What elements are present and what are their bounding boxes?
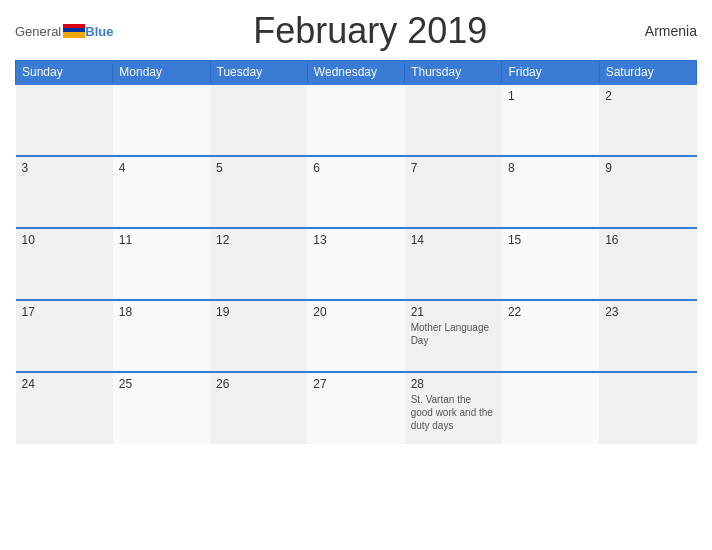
cell-week1-day2: 5 <box>210 156 307 228</box>
cell-week0-day2 <box>210 84 307 156</box>
day-number: 28 <box>411 377 496 391</box>
day-number: 7 <box>411 161 496 175</box>
weekday-header-row: Sunday Monday Tuesday Wednesday Thursday… <box>16 61 697 85</box>
header-wednesday: Wednesday <box>307 61 404 85</box>
day-number: 14 <box>411 233 496 247</box>
week-row-4: 2425262728St. Vartan the good work and t… <box>16 372 697 444</box>
cell-week4-day2: 26 <box>210 372 307 444</box>
cell-week4-day5 <box>502 372 599 444</box>
cell-week2-day4: 14 <box>405 228 502 300</box>
logo-general-text: General <box>15 24 61 39</box>
cell-week4-day0: 24 <box>16 372 113 444</box>
event-label: St. Vartan the good work and the duty da… <box>411 393 496 432</box>
day-number: 12 <box>216 233 301 247</box>
logo-flag-icon <box>63 24 85 38</box>
cell-week3-day3: 20 <box>307 300 404 372</box>
event-label: Mother Language Day <box>411 321 496 347</box>
cell-week2-day2: 12 <box>210 228 307 300</box>
cell-week2-day3: 13 <box>307 228 404 300</box>
logo-blue-text: Blue <box>85 24 113 39</box>
country-label: Armenia <box>627 23 697 39</box>
day-number: 18 <box>119 305 204 319</box>
day-number: 23 <box>605 305 690 319</box>
header-friday: Friday <box>502 61 599 85</box>
day-number: 20 <box>313 305 398 319</box>
week-row-1: 3456789 <box>16 156 697 228</box>
day-number: 17 <box>22 305 107 319</box>
day-number: 5 <box>216 161 301 175</box>
cell-week1-day6: 9 <box>599 156 696 228</box>
logo: General Blue <box>15 24 113 39</box>
cell-week1-day0: 3 <box>16 156 113 228</box>
day-number: 2 <box>605 89 690 103</box>
cell-week3-day5: 22 <box>502 300 599 372</box>
cell-week1-day5: 8 <box>502 156 599 228</box>
day-number: 16 <box>605 233 690 247</box>
day-number: 10 <box>22 233 107 247</box>
cell-week0-day4 <box>405 84 502 156</box>
day-number: 9 <box>605 161 690 175</box>
week-row-3: 1718192021Mother Language Day2223 <box>16 300 697 372</box>
day-number: 22 <box>508 305 593 319</box>
cell-week1-day4: 7 <box>405 156 502 228</box>
cell-week1-day1: 4 <box>113 156 210 228</box>
day-number: 4 <box>119 161 204 175</box>
svg-rect-2 <box>63 32 85 38</box>
day-number: 6 <box>313 161 398 175</box>
cell-week3-day0: 17 <box>16 300 113 372</box>
header-thursday: Thursday <box>405 61 502 85</box>
cell-week4-day3: 27 <box>307 372 404 444</box>
header-sunday: Sunday <box>16 61 113 85</box>
header-tuesday: Tuesday <box>210 61 307 85</box>
calendar-body: 123456789101112131415161718192021Mother … <box>16 84 697 444</box>
day-number: 26 <box>216 377 301 391</box>
day-number: 25 <box>119 377 204 391</box>
cell-week4-day4: 28St. Vartan the good work and the duty … <box>405 372 502 444</box>
calendar-page: General Blue February 2019 Armenia Sunda… <box>0 0 712 550</box>
cell-week3-day1: 18 <box>113 300 210 372</box>
page-header: General Blue February 2019 Armenia <box>15 10 697 52</box>
cell-week0-day1 <box>113 84 210 156</box>
cell-week2-day1: 11 <box>113 228 210 300</box>
day-number: 8 <box>508 161 593 175</box>
cell-week2-day5: 15 <box>502 228 599 300</box>
month-title: February 2019 <box>113 10 627 52</box>
cell-week0-day3 <box>307 84 404 156</box>
cell-week4-day1: 25 <box>113 372 210 444</box>
day-number: 1 <box>508 89 593 103</box>
cell-week3-day4: 21Mother Language Day <box>405 300 502 372</box>
day-number: 19 <box>216 305 301 319</box>
day-number: 13 <box>313 233 398 247</box>
header-saturday: Saturday <box>599 61 696 85</box>
cell-week0-day6: 2 <box>599 84 696 156</box>
header-monday: Monday <box>113 61 210 85</box>
day-number: 15 <box>508 233 593 247</box>
week-row-0: 12 <box>16 84 697 156</box>
cell-week1-day3: 6 <box>307 156 404 228</box>
cell-week3-day2: 19 <box>210 300 307 372</box>
cell-week2-day0: 10 <box>16 228 113 300</box>
week-row-2: 10111213141516 <box>16 228 697 300</box>
cell-week0-day0 <box>16 84 113 156</box>
cell-week4-day6 <box>599 372 696 444</box>
day-number: 3 <box>22 161 107 175</box>
day-number: 11 <box>119 233 204 247</box>
cell-week0-day5: 1 <box>502 84 599 156</box>
cell-week3-day6: 23 <box>599 300 696 372</box>
day-number: 24 <box>22 377 107 391</box>
cell-week2-day6: 16 <box>599 228 696 300</box>
calendar-table: Sunday Monday Tuesday Wednesday Thursday… <box>15 60 697 444</box>
day-number: 27 <box>313 377 398 391</box>
day-number: 21 <box>411 305 496 319</box>
